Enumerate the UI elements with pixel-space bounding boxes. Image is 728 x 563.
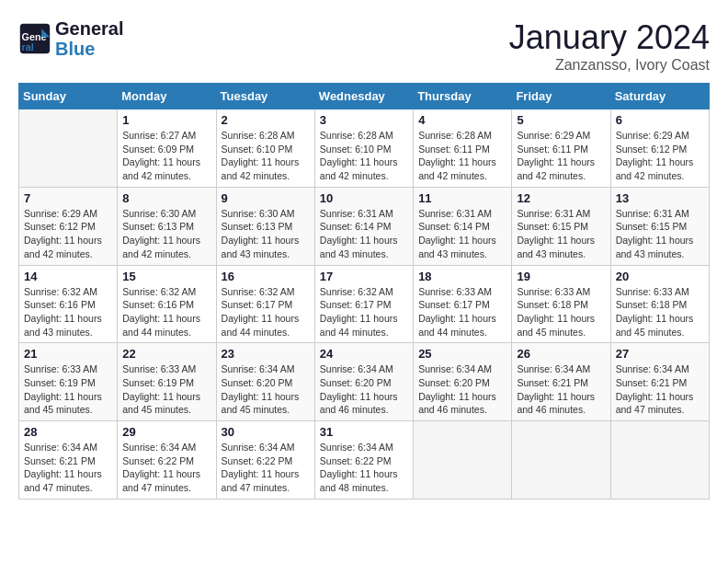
day-info: Sunrise: 6:34 AMSunset: 6:20 PMDaylight:… (320, 362, 408, 417)
day-cell: 11Sunrise: 6:31 AMSunset: 6:14 PMDayligh… (414, 187, 512, 265)
logo: Gene ral General Blue (18, 18, 123, 59)
day-number: 28 (24, 425, 112, 439)
day-info: Sunrise: 6:32 AMSunset: 6:17 PMDaylight:… (222, 285, 310, 339)
day-header-tuesday: Tuesday (216, 84, 314, 109)
day-cell: 25Sunrise: 6:34 AMSunset: 6:20 PMDayligh… (414, 343, 512, 421)
title-block: January 2024 Zanzansso, Ivory Coast (509, 18, 710, 74)
day-info: Sunrise: 6:32 AMSunset: 6:17 PMDaylight:… (320, 285, 408, 339)
day-cell: 1Sunrise: 6:27 AMSunset: 6:09 PMDaylight… (118, 109, 216, 188)
day-header-thursday: Thursday (414, 84, 512, 109)
day-cell: 5Sunrise: 6:29 AMSunset: 6:11 PMDaylight… (512, 109, 610, 188)
day-cell: 3Sunrise: 6:28 AMSunset: 6:10 PMDaylight… (314, 109, 413, 188)
day-cell: 26Sunrise: 6:34 AMSunset: 6:21 PMDayligh… (512, 343, 610, 421)
day-header-wednesday: Wednesday (314, 84, 413, 109)
day-number: 5 (517, 113, 605, 127)
day-info: Sunrise: 6:31 AMSunset: 6:15 PMDaylight:… (517, 207, 605, 261)
logo-text: General Blue (55, 18, 123, 59)
day-info: Sunrise: 6:32 AMSunset: 6:16 PMDaylight:… (24, 285, 112, 339)
day-cell: 17Sunrise: 6:32 AMSunset: 6:17 PMDayligh… (314, 265, 413, 343)
day-number: 15 (122, 270, 210, 283)
day-header-monday: Monday (118, 84, 216, 109)
day-info: Sunrise: 6:30 AMSunset: 6:13 PMDaylight:… (122, 207, 210, 261)
day-info: Sunrise: 6:30 AMSunset: 6:13 PMDaylight:… (222, 207, 310, 261)
day-cell: 10Sunrise: 6:31 AMSunset: 6:14 PMDayligh… (314, 187, 413, 265)
week-row-1: 1Sunrise: 6:27 AMSunset: 6:09 PMDaylight… (19, 109, 710, 188)
day-number: 21 (24, 347, 112, 361)
day-cell: 31Sunrise: 6:34 AMSunset: 6:22 PMDayligh… (314, 421, 413, 500)
day-cell: 23Sunrise: 6:34 AMSunset: 6:20 PMDayligh… (216, 343, 314, 421)
day-cell (414, 421, 512, 500)
day-cell: 9Sunrise: 6:30 AMSunset: 6:13 PMDaylight… (216, 187, 314, 265)
day-info: Sunrise: 6:34 AMSunset: 6:22 PMDaylight:… (122, 441, 210, 495)
day-cell: 13Sunrise: 6:31 AMSunset: 6:15 PMDayligh… (610, 187, 709, 265)
day-info: Sunrise: 6:34 AMSunset: 6:21 PMDaylight:… (616, 362, 704, 417)
day-number: 3 (320, 113, 408, 127)
day-number: 2 (222, 113, 310, 127)
day-info: Sunrise: 6:33 AMSunset: 6:19 PMDaylight:… (122, 362, 210, 417)
day-number: 19 (517, 270, 605, 283)
day-info: Sunrise: 6:28 AMSunset: 6:10 PMDaylight:… (222, 129, 310, 183)
day-number: 26 (517, 347, 605, 361)
day-info: Sunrise: 6:28 AMSunset: 6:10 PMDaylight:… (320, 129, 408, 183)
day-info: Sunrise: 6:34 AMSunset: 6:22 PMDaylight:… (320, 441, 408, 495)
day-cell: 4Sunrise: 6:28 AMSunset: 6:11 PMDaylight… (414, 109, 512, 188)
day-number: 27 (616, 347, 704, 361)
day-cell: 22Sunrise: 6:33 AMSunset: 6:19 PMDayligh… (118, 343, 216, 421)
day-cell: 6Sunrise: 6:29 AMSunset: 6:12 PMDaylight… (610, 109, 709, 188)
header-row: SundayMondayTuesdayWednesdayThursdayFrid… (19, 84, 710, 109)
day-info: Sunrise: 6:34 AMSunset: 6:22 PMDaylight:… (222, 441, 310, 495)
calendar-header: SundayMondayTuesdayWednesdayThursdayFrid… (19, 84, 710, 109)
day-info: Sunrise: 6:31 AMSunset: 6:14 PMDaylight:… (320, 207, 408, 261)
day-info: Sunrise: 6:34 AMSunset: 6:20 PMDaylight:… (222, 362, 310, 417)
day-info: Sunrise: 6:34 AMSunset: 6:21 PMDaylight:… (24, 441, 112, 495)
month-title: January 2024 (509, 18, 710, 57)
day-info: Sunrise: 6:33 AMSunset: 6:17 PMDaylight:… (418, 285, 506, 339)
day-number: 31 (320, 425, 408, 439)
day-cell (19, 109, 118, 188)
day-number: 7 (24, 191, 112, 205)
day-number: 18 (418, 270, 506, 283)
day-info: Sunrise: 6:31 AMSunset: 6:14 PMDaylight:… (418, 207, 506, 261)
day-info: Sunrise: 6:32 AMSunset: 6:16 PMDaylight:… (122, 285, 210, 339)
calendar-table: SundayMondayTuesdayWednesdayThursdayFrid… (18, 83, 710, 500)
day-cell (512, 421, 610, 500)
day-info: Sunrise: 6:29 AMSunset: 6:12 PMDaylight:… (24, 207, 112, 261)
week-row-4: 21Sunrise: 6:33 AMSunset: 6:19 PMDayligh… (19, 343, 710, 421)
day-cell: 8Sunrise: 6:30 AMSunset: 6:13 PMDaylight… (118, 187, 216, 265)
week-row-3: 14Sunrise: 6:32 AMSunset: 6:16 PMDayligh… (19, 265, 710, 343)
day-info: Sunrise: 6:29 AMSunset: 6:11 PMDaylight:… (517, 129, 605, 183)
day-info: Sunrise: 6:28 AMSunset: 6:11 PMDaylight:… (418, 129, 506, 183)
day-number: 14 (24, 270, 112, 283)
day-cell: 28Sunrise: 6:34 AMSunset: 6:21 PMDayligh… (19, 421, 118, 500)
day-info: Sunrise: 6:34 AMSunset: 6:21 PMDaylight:… (517, 362, 605, 417)
day-number: 30 (222, 425, 310, 439)
day-number: 9 (222, 191, 310, 205)
day-header-saturday: Saturday (610, 84, 709, 109)
page-header: Gene ral General Blue January 2024 Zanza… (18, 18, 710, 74)
day-info: Sunrise: 6:33 AMSunset: 6:18 PMDaylight:… (517, 285, 605, 339)
day-number: 20 (616, 270, 704, 283)
day-cell (610, 421, 709, 500)
day-number: 10 (320, 191, 408, 205)
day-cell: 19Sunrise: 6:33 AMSunset: 6:18 PMDayligh… (512, 265, 610, 343)
day-number: 6 (616, 113, 704, 127)
week-row-2: 7Sunrise: 6:29 AMSunset: 6:12 PMDaylight… (19, 187, 710, 265)
day-number: 29 (122, 425, 210, 439)
day-cell: 29Sunrise: 6:34 AMSunset: 6:22 PMDayligh… (118, 421, 216, 500)
week-row-5: 28Sunrise: 6:34 AMSunset: 6:21 PMDayligh… (19, 421, 710, 500)
day-info: Sunrise: 6:29 AMSunset: 6:12 PMDaylight:… (616, 129, 704, 183)
day-cell: 16Sunrise: 6:32 AMSunset: 6:17 PMDayligh… (216, 265, 314, 343)
day-number: 1 (122, 113, 210, 127)
day-number: 24 (320, 347, 408, 361)
day-info: Sunrise: 6:31 AMSunset: 6:15 PMDaylight:… (616, 207, 704, 261)
svg-text:ral: ral (22, 41, 34, 52)
day-cell: 21Sunrise: 6:33 AMSunset: 6:19 PMDayligh… (19, 343, 118, 421)
day-cell: 12Sunrise: 6:31 AMSunset: 6:15 PMDayligh… (512, 187, 610, 265)
day-number: 25 (418, 347, 506, 361)
day-info: Sunrise: 6:27 AMSunset: 6:09 PMDaylight:… (122, 129, 210, 183)
day-cell: 7Sunrise: 6:29 AMSunset: 6:12 PMDaylight… (19, 187, 118, 265)
location-subtitle: Zanzansso, Ivory Coast (509, 57, 710, 74)
day-info: Sunrise: 6:34 AMSunset: 6:20 PMDaylight:… (418, 362, 506, 417)
day-header-friday: Friday (512, 84, 610, 109)
day-cell: 20Sunrise: 6:33 AMSunset: 6:18 PMDayligh… (610, 265, 709, 343)
